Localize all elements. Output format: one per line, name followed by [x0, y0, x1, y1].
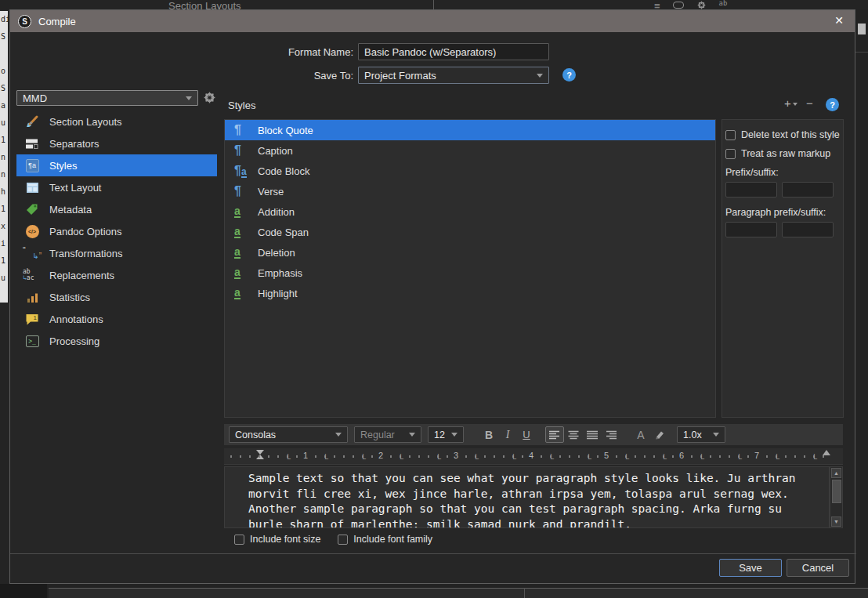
chevron-down-icon — [793, 103, 797, 106]
annotation-bubble-icon: 1 — [23, 311, 42, 327]
include-font-family-option[interactable]: Include font family — [338, 534, 432, 545]
text-color-icon: A — [637, 429, 644, 441]
suffix-input[interactable] — [782, 182, 834, 198]
font-size-dropdown[interactable]: 12 — [428, 426, 464, 443]
style-label: Verse — [258, 186, 284, 198]
include-font-size-option[interactable]: Include font size — [234, 534, 320, 545]
indent-marker[interactable] — [256, 450, 264, 459]
background-corner — [0, 584, 47, 598]
style-row-code-block[interactable]: ¶a Code Block — [225, 161, 715, 181]
tab-stop-marker[interactable]: L — [813, 453, 817, 461]
checkbox-icon[interactable] — [234, 535, 244, 545]
dialog-titlebar[interactable]: S Compile ✕ — [10, 10, 855, 32]
style-row-addition[interactable]: a Addition — [225, 201, 715, 222]
bar-chart-icon — [23, 289, 42, 305]
style-preview[interactable]: Sample text so that you can see what you… — [224, 466, 830, 528]
tab-stop-marker[interactable]: L — [776, 453, 779, 461]
raw-markup-option[interactable]: Treat as raw markup — [725, 148, 840, 159]
sidebar-item-section-layouts[interactable]: Section Layouts — [16, 111, 217, 132]
style-row-highlight[interactable]: a Highlight — [225, 283, 715, 303]
ruler-tick — [240, 455, 241, 458]
ruler[interactable]: 1234567LLLLLLLLLLLLLLL — [224, 448, 843, 465]
sidebar-item-styles[interactable]: ¶a Styles — [16, 154, 217, 176]
styles-help-button[interactable]: ? — [826, 98, 839, 111]
paragraph-prefix-input[interactable] — [725, 222, 777, 237]
text-color-button[interactable]: A — [631, 426, 650, 443]
style-row-verse[interactable]: ¶ Verse — [225, 181, 715, 201]
line-height-dropdown[interactable]: 1.0x — [677, 426, 725, 443]
underline-button[interactable]: U — [517, 426, 536, 443]
checkbox-icon[interactable] — [725, 130, 736, 140]
font-family-dropdown[interactable]: Consolas — [229, 426, 348, 443]
tab-stop-marker[interactable]: L — [512, 453, 516, 461]
cancel-button[interactable]: Cancel — [787, 559, 849, 577]
save-to-dropdown[interactable]: Project Formats — [358, 67, 549, 84]
save-button[interactable]: Save — [719, 559, 782, 577]
sidebar-item-statistics[interactable]: Statistics — [16, 286, 217, 308]
checkbox-icon[interactable] — [338, 535, 348, 545]
scrollbar-thumb[interactable] — [832, 480, 841, 503]
italic-button[interactable]: I — [498, 426, 517, 443]
align-left-button[interactable] — [545, 426, 564, 443]
style-row-emphasis[interactable]: a Emphasis — [225, 263, 715, 283]
chevron-down-icon — [186, 96, 192, 100]
delete-text-option[interactable]: Delete text of this style — [725, 129, 840, 140]
checkbox-icon[interactable] — [725, 149, 736, 159]
background-footer-panel — [49, 588, 868, 598]
tab-stop-marker[interactable]: L — [738, 453, 742, 461]
tab-stop-marker[interactable]: L — [625, 453, 629, 461]
text-layout-icon — [23, 179, 42, 195]
sidebar-item-transformations[interactable]: “ ↳” Transformations — [16, 242, 217, 264]
preview-line: Another sample paragraph so that you can… — [248, 502, 829, 517]
style-row-deletion[interactable]: a Deletion — [225, 242, 715, 263]
help-button[interactable]: ? — [562, 68, 576, 82]
scroll-up-icon[interactable]: ▲ — [831, 468, 841, 478]
sidebar-item-replacements[interactable]: ab ↳ac Replacements — [16, 264, 217, 286]
right-indent-marker[interactable] — [823, 450, 830, 455]
sidebar-item-pandoc-options[interactable]: </> Pandoc Options — [16, 220, 217, 242]
ruler-tick — [747, 455, 749, 458]
preview-scrollbar[interactable]: ▲ ▼ — [830, 466, 843, 528]
tab-stop-marker[interactable]: L — [287, 453, 291, 461]
font-variant-dropdown[interactable]: Regular — [354, 426, 421, 443]
tab-stop-marker[interactable]: L — [324, 453, 328, 461]
tab-stop-marker[interactable]: L — [700, 453, 704, 461]
ruler-tick — [259, 455, 260, 458]
sidebar-item-metadata[interactable]: Metadata — [16, 198, 217, 220]
scroll-down-icon[interactable]: ▼ — [831, 516, 841, 527]
add-style-button[interactable]: + — [784, 96, 797, 110]
highlight-button[interactable] — [650, 426, 669, 443]
sidebar-item-text-layout[interactable]: Text Layout — [16, 176, 217, 198]
sidebar-item-separators[interactable]: Separators — [16, 132, 217, 154]
format-gear-button[interactable] — [203, 91, 217, 105]
tab-stop-marker[interactable]: L — [475, 453, 479, 461]
prefix-input[interactable] — [725, 182, 777, 198]
delete-text-label: Delete text of this style — [741, 129, 840, 140]
remove-style-button[interactable]: − — [806, 96, 813, 110]
paragraph-suffix-input[interactable] — [782, 222, 834, 237]
format-type-dropdown[interactable]: MMD — [16, 90, 198, 106]
tab-stop-marker[interactable]: L — [663, 453, 667, 461]
bold-button[interactable]: B — [479, 426, 498, 443]
tab-stop-marker[interactable]: L — [362, 453, 366, 461]
tab-stop-marker[interactable]: L — [437, 453, 441, 461]
align-right-button[interactable] — [602, 426, 620, 443]
ruler-tick — [719, 455, 721, 458]
sidebar-item-annotations[interactable]: 1 Annotations — [16, 308, 217, 330]
ruler-tick — [785, 455, 787, 458]
align-justify-button[interactable] — [583, 426, 602, 443]
ruler-tick — [635, 455, 636, 458]
format-name-input[interactable] — [358, 43, 549, 60]
align-center-button[interactable] — [564, 426, 583, 443]
style-row-block-quote[interactable]: ¶ Block Quote — [225, 120, 715, 140]
sidebar-item-processing[interactable]: >_ Processing — [16, 330, 217, 352]
ruler-number: 1 — [303, 451, 308, 460]
close-icon[interactable]: ✕ — [834, 14, 844, 27]
style-row-caption[interactable]: ¶ Caption — [225, 140, 715, 161]
tab-stop-marker[interactable]: L — [588, 453, 591, 461]
style-label: Deletion — [258, 247, 295, 259]
align-center-icon — [568, 430, 579, 440]
tab-stop-marker[interactable]: L — [550, 453, 554, 461]
tab-stop-marker[interactable]: L — [400, 453, 403, 461]
style-row-code-span[interactable]: a Code Span — [225, 222, 715, 242]
